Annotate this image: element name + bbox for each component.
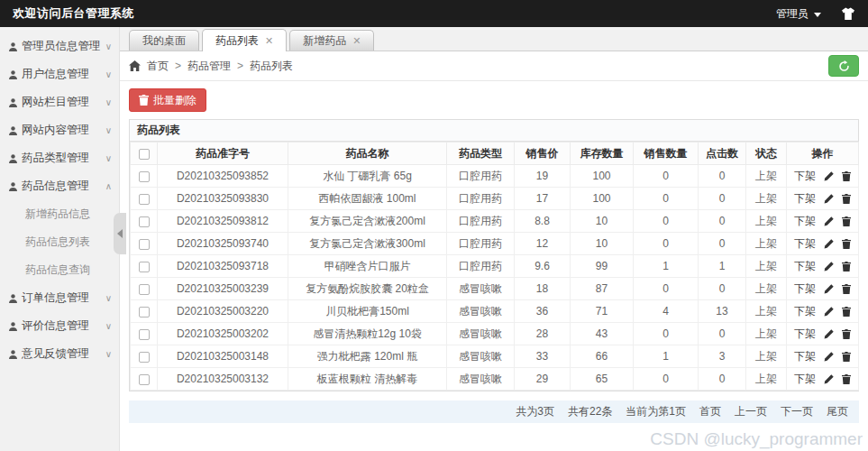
- close-icon[interactable]: [265, 36, 273, 46]
- edit-icon[interactable]: [824, 284, 834, 294]
- cell-price: 8.8: [515, 210, 571, 233]
- edit-icon[interactable]: [824, 329, 834, 339]
- off-shelf-link[interactable]: 下架: [794, 327, 816, 342]
- edit-icon[interactable]: [824, 239, 834, 249]
- chevron-down-icon: [105, 294, 112, 303]
- row-checkbox[interactable]: [139, 194, 150, 205]
- sidebar-item-admin-info[interactable]: 管理员信息管理: [0, 32, 119, 60]
- edit-icon[interactable]: [824, 194, 834, 204]
- cell-status: 上架: [746, 345, 787, 368]
- shirt-icon[interactable]: [841, 7, 855, 21]
- chevron-down-icon: [105, 98, 112, 107]
- pagination-first[interactable]: 首页: [699, 404, 721, 419]
- cell-name: 甲硝唑含片口服片: [288, 255, 447, 278]
- cell-clicks: 0: [699, 233, 746, 255]
- cell-stock: 100: [571, 165, 634, 188]
- trash-icon[interactable]: [842, 171, 851, 181]
- off-shelf-link[interactable]: 下架: [794, 259, 816, 274]
- off-shelf-link[interactable]: 下架: [794, 281, 816, 297]
- off-shelf-link[interactable]: 下架: [794, 372, 816, 387]
- off-shelf-link[interactable]: 下架: [794, 236, 816, 252]
- refresh-icon: [838, 60, 850, 72]
- tab-drug-list[interactable]: 药品列表: [202, 29, 287, 51]
- sidebar-subitem-add-drug[interactable]: 新增药品信息: [0, 200, 119, 228]
- off-shelf-link[interactable]: 下架: [794, 304, 816, 319]
- cell-status: 上架: [746, 300, 787, 323]
- sidebar-item-label: 用户信息管理: [22, 67, 89, 82]
- trash-icon[interactable]: [842, 239, 851, 249]
- edit-icon[interactable]: [824, 262, 834, 272]
- edit-icon[interactable]: [824, 307, 834, 317]
- off-shelf-link[interactable]: 下架: [794, 349, 816, 364]
- user-icon: [9, 182, 17, 191]
- trash-icon[interactable]: [842, 374, 851, 384]
- sidebar-item-review-info[interactable]: 评价信息管理: [0, 312, 119, 340]
- off-shelf-link[interactable]: 下架: [794, 169, 816, 184]
- sidebar-subitem-drug-query[interactable]: 药品信息查询: [0, 256, 119, 284]
- refresh-button[interactable]: [828, 55, 859, 77]
- pagination-prev[interactable]: 上一页: [735, 404, 767, 419]
- panel-title: 药品列表: [130, 120, 858, 142]
- trash-icon[interactable]: [842, 329, 851, 339]
- edit-icon[interactable]: [824, 352, 834, 362]
- breadcrumb-drug-list[interactable]: 药品列表: [250, 59, 293, 74]
- sidebar-item-order-info[interactable]: 订单信息管理: [0, 284, 119, 312]
- cell-sales: 0: [634, 210, 699, 233]
- content-area: 批量删除 药品列表 药品准字号 药品名称 药品类型: [120, 81, 868, 451]
- row-checkbox[interactable]: [139, 374, 150, 385]
- edit-icon[interactable]: [824, 216, 834, 226]
- row-checkbox[interactable]: [139, 171, 150, 182]
- cell-sales: 1: [634, 255, 699, 278]
- tab-my-desktop[interactable]: 我的桌面: [129, 30, 199, 51]
- cell-price: 19: [515, 165, 571, 188]
- batch-delete-button[interactable]: 批量删除: [129, 88, 206, 112]
- sidebar-item-drug-info[interactable]: 药品信息管理: [0, 172, 119, 200]
- sidebar-item-site-column[interactable]: 网站栏目管理: [0, 88, 119, 116]
- chevron-down-icon: [105, 322, 112, 331]
- col-header-sales: 销售数量: [634, 143, 699, 165]
- drug-table: 药品准字号 药品名称 药品类型 销售价 库存数量 销售数量 点击数 状态 操作 …: [130, 142, 859, 391]
- sidebar-collapse-handle[interactable]: [114, 213, 126, 254]
- pagination-next[interactable]: 下一页: [781, 404, 813, 419]
- tab-add-drug[interactable]: 新增药品: [289, 30, 374, 51]
- cell-stock: 71: [571, 300, 634, 323]
- table-row: D20210325093718 甲硝唑含片口服片 口腔用药 9.6 99 1 1…: [131, 255, 859, 278]
- trash-icon[interactable]: [842, 216, 851, 226]
- trash-icon[interactable]: [842, 284, 851, 294]
- trash-icon[interactable]: [842, 352, 851, 362]
- user-menu[interactable]: 管理员: [776, 6, 821, 22]
- select-all-checkbox[interactable]: [139, 149, 150, 160]
- breadcrumb-drug-mgmt[interactable]: 药品管理: [187, 59, 231, 74]
- sidebar-subitem-drug-list[interactable]: 药品信息列表: [0, 228, 119, 256]
- close-icon[interactable]: [352, 36, 361, 46]
- cell-type: 感冒咳嗽: [447, 300, 515, 323]
- row-checkbox[interactable]: [139, 284, 150, 295]
- row-checkbox[interactable]: [139, 262, 150, 272]
- row-checkbox[interactable]: [139, 307, 150, 318]
- row-checkbox[interactable]: [139, 239, 150, 250]
- edit-icon[interactable]: [824, 171, 834, 181]
- sidebar-item-site-content[interactable]: 网站内容管理: [0, 116, 119, 144]
- row-checkbox[interactable]: [139, 329, 150, 340]
- pagination-last[interactable]: 尾页: [827, 404, 848, 419]
- trash-icon[interactable]: [842, 194, 851, 204]
- sidebar-item-user-info[interactable]: 用户信息管理: [0, 60, 119, 88]
- trash-icon[interactable]: [842, 307, 851, 317]
- row-checkbox[interactable]: [139, 352, 150, 363]
- col-header-clicks: 点击数: [699, 143, 746, 165]
- breadcrumb-separator: [237, 60, 243, 72]
- breadcrumb-home[interactable]: 首页: [147, 59, 169, 74]
- off-shelf-link[interactable]: 下架: [794, 191, 816, 207]
- edit-icon[interactable]: [824, 374, 834, 384]
- breadcrumb-separator: [175, 60, 181, 72]
- table-row: D20210325003132 板蓝根颗粒 清热解毒 感冒咳嗽 29 65 0 …: [131, 368, 859, 391]
- row-checkbox[interactable]: [139, 216, 150, 227]
- topbar: 欢迎访问后台管理系统 管理员: [0, 0, 868, 27]
- trash-icon[interactable]: [842, 262, 851, 272]
- sidebar-item-drug-type[interactable]: 药品类型管理: [0, 144, 119, 172]
- off-shelf-link[interactable]: 下架: [794, 214, 816, 229]
- sidebar-item-feedback[interactable]: 意见反馈管理: [0, 340, 119, 368]
- cell-approval-no: D20210325093852: [158, 165, 288, 188]
- table-row: D20210325003239 复方氨酚烷胺胶囊 20粒盒 感冒咳嗽 18 87…: [131, 278, 859, 300]
- table-header-row: 药品准字号 药品名称 药品类型 销售价 库存数量 销售数量 点击数 状态 操作: [131, 143, 859, 165]
